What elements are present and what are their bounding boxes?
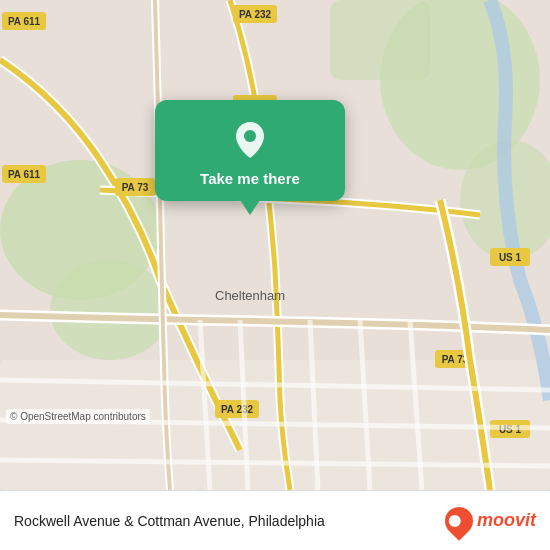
svg-text:PA 611: PA 611 xyxy=(8,16,41,27)
svg-text:PA 611: PA 611 xyxy=(8,169,41,180)
svg-text:PA 232: PA 232 xyxy=(239,9,272,20)
svg-rect-5 xyxy=(330,0,430,80)
svg-text:US 1: US 1 xyxy=(499,252,522,263)
location-pin-icon xyxy=(228,118,272,162)
popup-label: Take me there xyxy=(200,170,300,187)
svg-point-35 xyxy=(244,130,256,142)
copyright-notice: © OpenStreetMap contributors xyxy=(6,409,150,424)
svg-point-2 xyxy=(50,260,170,360)
svg-text:PA 232: PA 232 xyxy=(221,404,254,415)
map-container: PA 611 PA 611 PA 232 PA 232 PA 232 PA 73… xyxy=(0,0,550,490)
take-me-there-button[interactable]: Take me there xyxy=(155,100,345,201)
moovit-brand-text: moovit xyxy=(477,510,536,531)
svg-text:Cheltenham: Cheltenham xyxy=(215,288,285,303)
bottom-bar: Rockwell Avenue & Cottman Avenue, Philad… xyxy=(0,490,550,550)
location-label: Rockwell Avenue & Cottman Avenue, Philad… xyxy=(14,513,445,529)
svg-text:PA 73: PA 73 xyxy=(122,182,149,193)
moovit-logo: moovit xyxy=(445,507,536,535)
moovit-dot-icon xyxy=(439,501,479,541)
